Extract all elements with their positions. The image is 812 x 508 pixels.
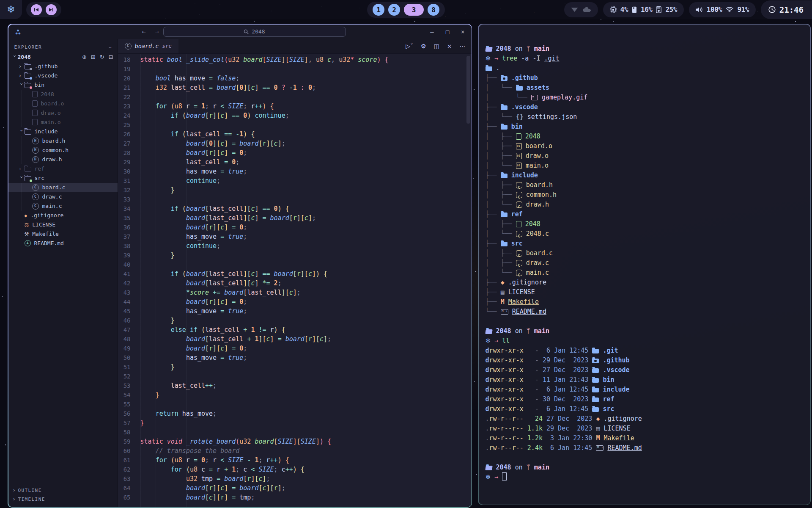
workspace-3[interactable]: 3 xyxy=(404,4,424,16)
code-line-49[interactable]: 49 board[r][c] = 0; xyxy=(118,344,472,353)
code-line-44[interactable]: 44 board[r][c] = 0; xyxy=(118,297,472,306)
code-line-57[interactable]: 57} xyxy=(118,418,472,428)
workspace-8[interactable]: 8 xyxy=(428,4,439,16)
code-line-23[interactable]: 23 for (u8 r = 1; r < SIZE; r++) { xyxy=(118,102,472,111)
code-line-45[interactable]: 45 has_move = true; xyxy=(118,306,472,316)
code-line-41[interactable]: 41 if (board[last_cell][c] == board[r][c… xyxy=(118,269,472,279)
code-line-47[interactable]: 47 else if (last_cell + 1 != r) { xyxy=(118,325,472,334)
split-editor-icon[interactable]: ◫ xyxy=(434,43,439,50)
code-line-19[interactable]: 19 xyxy=(118,64,472,74)
network-cloud-module[interactable] xyxy=(564,2,598,17)
code-line-31[interactable]: 31 continue; xyxy=(118,176,472,185)
close-window-button[interactable]: × xyxy=(461,28,464,35)
tree-item-main.c[interactable]: main.c xyxy=(8,202,118,211)
tab-board-c[interactable]: board.c src xyxy=(118,39,178,53)
code-line-61[interactable]: 61 for (u8 r = 0; r < SIZE - 1; r++) { xyxy=(118,456,472,465)
tree-item-board.c[interactable]: board.c xyxy=(8,183,118,192)
code-line-54[interactable]: 54 } xyxy=(118,390,472,400)
tree-item-README.md[interactable]: README.md xyxy=(8,239,118,248)
code-line-38[interactable]: 38 continue; xyxy=(118,241,472,251)
code-line-28[interactable]: 28 board[r][c] = 0; xyxy=(118,148,472,157)
code-line-51[interactable]: 51 } xyxy=(118,362,472,372)
code-line-33[interactable]: 33 xyxy=(118,195,472,204)
tree-item-Makefile[interactable]: Makefile xyxy=(8,229,118,239)
new-folder-button[interactable]: ⊞ xyxy=(91,54,96,60)
tree-item-main.o[interactable]: main.o xyxy=(8,118,118,127)
code-line-26[interactable]: 26 if (last_cell == -1) { xyxy=(118,130,472,139)
tree-item-.gitignore[interactable]: .gitignore xyxy=(8,211,118,220)
code-line-63[interactable]: 63 u32 tmp = board[r][c]; xyxy=(118,474,472,483)
audio-network-module[interactable]: 100% 91% xyxy=(689,2,756,17)
tree-item-.github[interactable]: ›.github xyxy=(8,62,118,71)
new-file-button[interactable]: ⊕ xyxy=(82,54,87,60)
tree-item-include[interactable]: ›include xyxy=(8,127,118,136)
tree-item-bin[interactable]: ›bin xyxy=(8,80,118,90)
tree-item-common.h[interactable]: common.h xyxy=(8,146,118,155)
code-line-32[interactable]: 32 } xyxy=(118,185,472,195)
editor-scrollbar[interactable] xyxy=(466,56,470,124)
code-line-53[interactable]: 53 last_cell++; xyxy=(118,381,472,390)
media-previous-button[interactable] xyxy=(31,4,42,15)
tree-item-LICENSE[interactable]: LICENSE xyxy=(8,220,118,229)
tree-item-board.h[interactable]: board.h xyxy=(8,136,118,146)
workspace-1[interactable]: 1 xyxy=(373,4,384,16)
code-line-64[interactable]: 64 board[r][c] = board[c][r]; xyxy=(118,483,472,493)
code-line-36[interactable]: 36 board[r][c] = 0; xyxy=(118,223,472,232)
code-line-48[interactable]: 48 board[last_cell + 1][c] = board[r][c]… xyxy=(118,334,472,344)
timeline-panel-header[interactable]: ›TIMELINE xyxy=(8,495,118,504)
editor-pane[interactable]: board.c src ▷ˇ⚙◫×⋯ 18static bool _slide_… xyxy=(118,39,472,507)
code-line-39[interactable]: 39 } xyxy=(118,251,472,260)
code-line-25[interactable]: 25 xyxy=(118,120,472,130)
code-line-35[interactable]: 35 board[last_cell][c] = board[r][c]; xyxy=(118,213,472,223)
code-line-46[interactable]: 46 } xyxy=(118,316,472,325)
tree-item-draw.c[interactable]: draw.c xyxy=(8,192,118,202)
tree-item-ref[interactable]: ›ref xyxy=(8,164,118,174)
code-area[interactable]: 18static bool _slide_col(u32 board[SIZE]… xyxy=(118,54,472,507)
tree-item-.vscode[interactable]: ›.vscode xyxy=(8,71,118,80)
navigate-back-button[interactable]: ← xyxy=(142,28,146,36)
code-line-50[interactable]: 50 has_move = true; xyxy=(118,353,472,362)
tree-item-2048[interactable]: 2048 xyxy=(8,90,118,99)
code-line-22[interactable]: 22 xyxy=(118,92,472,102)
code-line-21[interactable]: 21 i32 last_cell = board[0][c] == 0 ? -1… xyxy=(118,83,472,92)
code-line-37[interactable]: 37 has_move = true; xyxy=(118,232,472,241)
minimize-button[interactable]: – xyxy=(430,28,433,35)
code-line-52[interactable]: 52 xyxy=(118,372,472,381)
settings-gear-icon[interactable]: ⚙ xyxy=(421,43,426,50)
tree-item-2048[interactable]: ›2048⊕⊞↻⊟ xyxy=(8,52,118,62)
more-actions-icon[interactable]: ⋯ xyxy=(460,43,466,50)
code-line-27[interactable]: 27 board[0][c] = board[r][c]; xyxy=(118,139,472,148)
code-line-58[interactable]: 58 xyxy=(118,428,472,437)
code-line-55[interactable]: 55 xyxy=(118,400,472,409)
code-line-20[interactable]: 20 bool has_move = false; xyxy=(118,74,472,83)
nixos-logo-button[interactable]: ❄ xyxy=(0,0,22,19)
code-line-18[interactable]: 18static bool _slide_col(u32 board[SIZE]… xyxy=(118,55,472,64)
outline-panel-header[interactable]: ›OUTLINE xyxy=(8,486,118,495)
tree-item-draw.o[interactable]: draw.o xyxy=(8,108,118,118)
command-center-search[interactable]: 2048 xyxy=(163,27,346,37)
maximize-button[interactable]: □ xyxy=(446,28,449,35)
code-line-62[interactable]: 62 for (u8 c = r + 1; c < SIZE; c++) { xyxy=(118,465,472,474)
explorer-more-actions-icon[interactable]: ⋯ xyxy=(109,44,112,50)
resource-stats-module[interactable]: 4% 16% 25% xyxy=(603,2,684,17)
code-line-65[interactable]: 65 board[c][r] = tmp; xyxy=(118,493,472,502)
vscode-titlebar[interactable]: ஃ ← → 2048 – □ × xyxy=(8,25,472,39)
tree-item-src[interactable]: ›src xyxy=(8,174,118,183)
code-line-59[interactable]: 59static void _rotate_board(u32 board[SI… xyxy=(118,437,472,446)
refresh-explorer-button[interactable]: ↻ xyxy=(100,54,104,60)
terminal-output[interactable]: 2048 on ᛘ main❄ → tree -a -I .git .├── .… xyxy=(479,25,810,482)
code-line-40[interactable]: 40 xyxy=(118,260,472,269)
code-line-24[interactable]: 24 if (board[r][c] == 0) continue; xyxy=(118,111,472,120)
close-editor-icon[interactable]: × xyxy=(447,43,452,50)
code-line-29[interactable]: 29 last_cell = 0; xyxy=(118,157,472,167)
code-line-56[interactable]: 56 return has_move; xyxy=(118,409,472,418)
tree-item-draw.h[interactable]: draw.h xyxy=(8,155,118,164)
code-line-60[interactable]: 60 // transpose the board xyxy=(118,446,472,456)
navigate-forward-button[interactable]: → xyxy=(155,28,159,36)
media-next-button[interactable] xyxy=(46,4,57,15)
code-line-34[interactable]: 34 if (board[last_cell][c] == 0) { xyxy=(118,204,472,213)
collapse-folders-button[interactable]: ⊟ xyxy=(109,54,113,60)
workspace-2[interactable]: 2 xyxy=(388,4,400,16)
code-line-43[interactable]: 43 *score += board[last_cell][c]; xyxy=(118,288,472,297)
run-button[interactable]: ▷ˇ xyxy=(406,43,413,50)
